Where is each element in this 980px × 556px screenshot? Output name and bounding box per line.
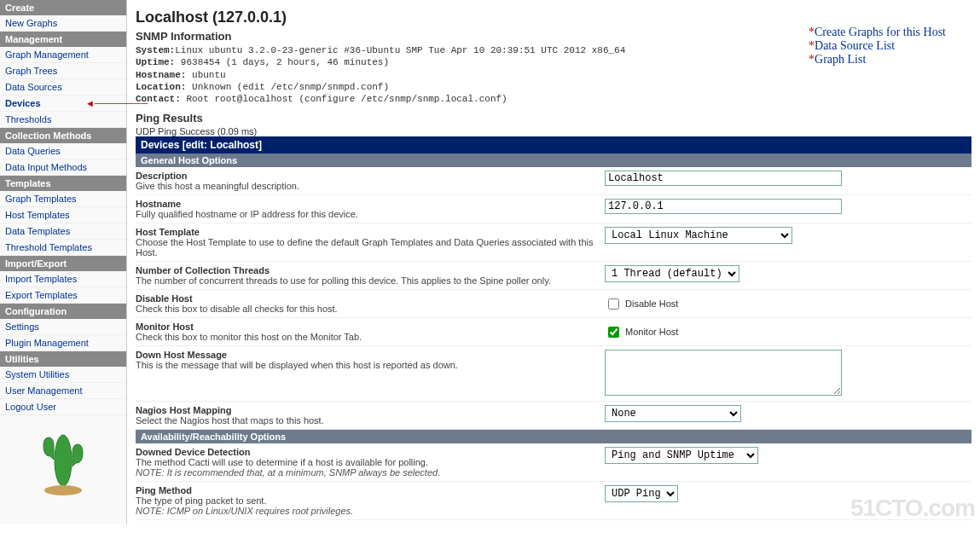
host-template-select[interactable]: Local Linux Machine xyxy=(605,227,792,244)
hostname-input[interactable] xyxy=(605,199,842,214)
svg-point-0 xyxy=(55,435,72,486)
ping-results-title: Ping Results xyxy=(136,112,971,125)
sidebar-item-devices[interactable]: Devices◄──────── xyxy=(0,96,126,112)
ping-method-select[interactable]: UDP Ping xyxy=(605,485,678,502)
monitor-host-checkbox[interactable] xyxy=(608,327,619,338)
sidebar-head: Import/Export xyxy=(0,256,126,271)
sidebar-item-logout-user[interactable]: Logout User xyxy=(0,399,126,415)
link-data-source-list[interactable]: Data Source List xyxy=(809,39,946,53)
sidebar-item-plugin-management[interactable]: Plugin Management xyxy=(0,335,126,351)
ping-results-text: UDP Ping Success (0.09 ms) xyxy=(136,126,971,136)
description-input[interactable] xyxy=(605,171,842,186)
sidebar-head: Collection Methods xyxy=(0,128,126,143)
sidebar-item-new-graphs[interactable]: New Graphs xyxy=(0,15,126,32)
sidebar-item-thresholds[interactable]: Thresholds xyxy=(0,112,126,128)
sidebar-item-graph-trees[interactable]: Graph Trees xyxy=(0,63,126,79)
sidebar: CreateNew GraphsManagementGraph Manageme… xyxy=(0,0,127,524)
watermark: 51CTO.com xyxy=(850,495,975,522)
down-host-message-textarea[interactable] xyxy=(605,350,842,396)
downed-detection-select[interactable]: Ping and SNMP Uptime xyxy=(605,447,758,464)
sidebar-item-import-templates[interactable]: Import Templates xyxy=(0,271,126,287)
threads-select[interactable]: 1 Thread (default) xyxy=(605,265,739,282)
sidebar-item-system-utilities[interactable]: System Utilities xyxy=(0,367,126,383)
sidebar-item-data-sources[interactable]: Data Sources xyxy=(0,79,126,96)
sidebar-item-user-management[interactable]: User Management xyxy=(0,383,126,399)
sidebar-item-data-templates[interactable]: Data Templates xyxy=(0,223,126,240)
link-graph-list[interactable]: Graph List xyxy=(809,53,946,67)
sidebar-head: Templates xyxy=(0,176,126,191)
sidebar-item-graph-management[interactable]: Graph Management xyxy=(0,47,126,63)
svg-point-1 xyxy=(44,485,82,495)
link-create-graphs[interactable]: Create Graphs for this Host xyxy=(809,26,946,39)
devices-bar: Devices [edit: Localhost] xyxy=(136,136,971,153)
disable-host-checkbox[interactable] xyxy=(608,298,619,310)
sidebar-item-data-input-methods[interactable]: Data Input Methods xyxy=(0,159,126,176)
sidebar-head: Create xyxy=(0,0,126,15)
sidebar-item-host-templates[interactable]: Host Templates xyxy=(0,207,126,223)
host-links: Create Graphs for this Host Data Source … xyxy=(809,26,946,67)
main-content: Localhost (127.0.0.1) SNMP Information S… xyxy=(127,0,980,524)
sidebar-item-settings[interactable]: Settings xyxy=(0,319,126,335)
sidebar-item-export-templates[interactable]: Export Templates xyxy=(0,287,126,304)
sidebar-item-threshold-templates[interactable]: Threshold Templates xyxy=(0,240,126,256)
sidebar-head: Configuration xyxy=(0,304,126,319)
sidebar-head: Management xyxy=(0,32,126,47)
nagios-mapping-select[interactable]: None xyxy=(605,405,741,422)
general-host-options-bar: General Host Options xyxy=(136,153,971,167)
availability-options-bar: Availability/Reachability Options xyxy=(136,430,971,443)
sidebar-item-data-queries[interactable]: Data Queries xyxy=(0,143,126,159)
sidebar-item-graph-templates[interactable]: Graph Templates xyxy=(0,191,126,207)
page-title: Localhost (127.0.0.1) xyxy=(136,9,971,26)
sidebar-head: Utilities xyxy=(0,351,126,367)
cactus-logo xyxy=(0,415,126,507)
